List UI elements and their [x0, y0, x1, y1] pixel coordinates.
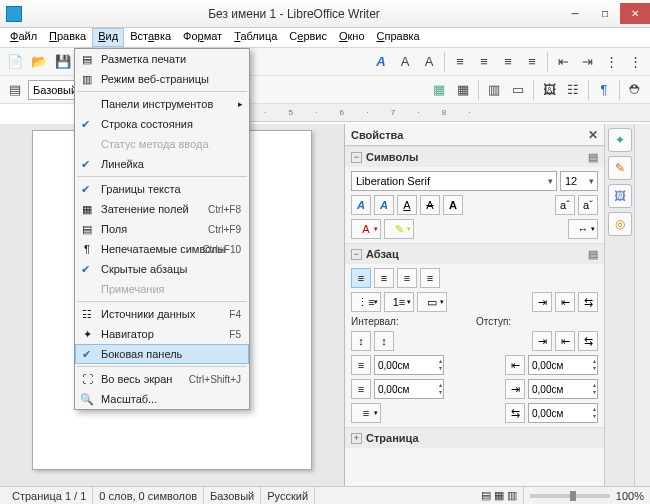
- highlight-icon[interactable]: A: [394, 51, 416, 73]
- align-right-icon[interactable]: ≡: [497, 51, 519, 73]
- new-icon[interactable]: 📄: [4, 51, 26, 73]
- font-name-combo[interactable]: Liberation Serif: [351, 171, 557, 191]
- menu-file[interactable]: Файл: [4, 28, 43, 47]
- font-color-drop[interactable]: A: [351, 219, 381, 239]
- below-space-icon[interactable]: ≡: [351, 379, 371, 399]
- tab-navigator-icon[interactable]: ◎: [608, 212, 632, 236]
- dm-fields[interactable]: ▤ПоляCtrl+F9: [75, 219, 249, 239]
- dm-text-bounds[interactable]: ✔Границы текста: [75, 179, 249, 199]
- spacing-drop[interactable]: ↔: [568, 219, 598, 239]
- section-page-head[interactable]: +Страница: [345, 428, 604, 448]
- menu-window[interactable]: Окно: [333, 28, 371, 47]
- menu-table[interactable]: Таблица: [228, 28, 283, 47]
- save-icon[interactable]: 💾: [52, 51, 74, 73]
- left-indent-spin[interactable]: 0,00см: [528, 355, 598, 375]
- sp-dec-icon[interactable]: ↕: [374, 331, 394, 351]
- indent-inc-icon[interactable]: ⇥: [576, 51, 598, 73]
- align-center-icon[interactable]: ≡: [473, 51, 495, 73]
- align-justify-icon[interactable]: ≡: [521, 51, 543, 73]
- tb-row-icon[interactable]: ▦: [452, 79, 474, 101]
- dm-ruler[interactable]: ✔Линейка: [75, 154, 249, 174]
- indent-dec-icon[interactable]: ⇤: [552, 51, 574, 73]
- below-space-spin[interactable]: 0,00см: [374, 379, 444, 399]
- ind-first-icon[interactable]: ⇆: [578, 331, 598, 351]
- sidebar-close-icon[interactable]: ✕: [588, 128, 598, 142]
- left-indent-icon[interactable]: ⇤: [505, 355, 525, 375]
- bg-color-drop[interactable]: ▭: [417, 292, 447, 312]
- p-align-right[interactable]: ≡: [397, 268, 417, 288]
- bullet-icon[interactable]: ⋮: [600, 51, 622, 73]
- tb-gallery-icon[interactable]: 🖼: [538, 79, 560, 101]
- align-left-icon[interactable]: ≡: [449, 51, 471, 73]
- first-indent-icon[interactable]: ⇆: [505, 403, 525, 423]
- highlight-drop[interactable]: ✎: [384, 219, 414, 239]
- menu-tools[interactable]: Сервис: [283, 28, 333, 47]
- vertical-scrollbar[interactable]: [634, 124, 650, 486]
- dm-field-shading[interactable]: ▦Затенение полейCtrl+F8: [75, 199, 249, 219]
- minimize-button[interactable]: ─: [560, 3, 590, 24]
- hanging-button[interactable]: ⇆: [578, 292, 598, 312]
- menu-format[interactable]: Формат: [177, 28, 228, 47]
- a3-icon[interactable]: A: [418, 51, 440, 73]
- ind-inc-icon[interactable]: ⇥: [532, 331, 552, 351]
- status-style[interactable]: Базовый: [204, 487, 261, 504]
- italic-button[interactable]: A: [374, 195, 394, 215]
- line-spacing-drop[interactable]: ≡: [351, 403, 381, 423]
- dm-statusbar[interactable]: ✔Строка состояния: [75, 114, 249, 134]
- dm-zoom[interactable]: 🔍Масштаб...: [75, 389, 249, 409]
- number-icon[interactable]: ⋮: [624, 51, 646, 73]
- strike-button[interactable]: A: [420, 195, 440, 215]
- dm-toolbars[interactable]: Панели инструментов▸: [75, 94, 249, 114]
- sp-inc-icon[interactable]: ↕: [351, 331, 371, 351]
- dm-web-layout[interactable]: ▥Режим веб-страницы: [75, 69, 249, 89]
- status-zoom[interactable]: 100%: [616, 490, 644, 502]
- underline-button[interactable]: A: [397, 195, 417, 215]
- right-indent-icon[interactable]: ⇥: [505, 379, 525, 399]
- menu-view[interactable]: Вид: [92, 28, 124, 47]
- p-align-left[interactable]: ≡: [351, 268, 371, 288]
- numbers-drop[interactable]: 1≡: [384, 292, 414, 312]
- tb-table-icon[interactable]: ▦: [428, 79, 450, 101]
- shadow-button[interactable]: A: [443, 195, 463, 215]
- menu-insert[interactable]: Вставка: [124, 28, 177, 47]
- tab-gallery-icon[interactable]: 🖼: [608, 184, 632, 208]
- above-space-spin[interactable]: 0,00см: [374, 355, 444, 375]
- right-indent-spin[interactable]: 0,00см: [528, 379, 598, 399]
- dm-hidden-para[interactable]: ✔Скрытые абзацы: [75, 259, 249, 279]
- menu-edit[interactable]: Правка: [43, 28, 92, 47]
- bullets-drop[interactable]: ⋮≡: [351, 292, 381, 312]
- status-words[interactable]: 0 слов, 0 символов: [93, 487, 204, 504]
- status-viewmode-icon[interactable]: ▤ ▦ ▥: [475, 487, 524, 504]
- font-color-icon[interactable]: A: [370, 51, 392, 73]
- dm-data-sources[interactable]: ☷Источники данныхF4: [75, 304, 249, 324]
- above-space-icon[interactable]: ≡: [351, 355, 371, 375]
- section-symbols-head[interactable]: −Символы ▤: [345, 147, 604, 167]
- tb-frame-icon[interactable]: ▭: [507, 79, 529, 101]
- sub-button[interactable]: aˇ: [578, 195, 598, 215]
- dm-fullscreen[interactable]: ⛶Во весь экранCtrl+Shift+J: [75, 369, 249, 389]
- p-align-justify[interactable]: ≡: [420, 268, 440, 288]
- zoom-slider[interactable]: [530, 494, 610, 498]
- super-button[interactable]: aˆ: [555, 195, 575, 215]
- tb-ds-icon[interactable]: ☷: [562, 79, 584, 101]
- open-icon[interactable]: 📂: [28, 51, 50, 73]
- first-indent-spin[interactable]: 0,00см: [528, 403, 598, 423]
- close-button[interactable]: ✕: [620, 3, 650, 24]
- menu-help[interactable]: Справка: [371, 28, 426, 47]
- font-size-combo[interactable]: 12: [560, 171, 598, 191]
- p-align-center[interactable]: ≡: [374, 268, 394, 288]
- dm-sidebar[interactable]: ✔Боковая панель: [75, 344, 249, 364]
- dm-navigator[interactable]: ✦НавигаторF5: [75, 324, 249, 344]
- tb-doc-icon[interactable]: ▥: [483, 79, 505, 101]
- status-lang[interactable]: Русский: [261, 487, 315, 504]
- styles-icon[interactable]: ▤: [4, 79, 26, 101]
- section-paragraph-head[interactable]: −Абзац ▤: [345, 244, 604, 264]
- maximize-button[interactable]: □: [590, 3, 620, 24]
- tab-properties-icon[interactable]: ✦: [608, 128, 632, 152]
- ind-dec-icon[interactable]: ⇤: [555, 331, 575, 351]
- bold-button[interactable]: A: [351, 195, 371, 215]
- indent-dec-button[interactable]: ⇤: [555, 292, 575, 312]
- tb-para-icon[interactable]: ¶: [593, 79, 615, 101]
- tab-styles-icon[interactable]: ✎: [608, 156, 632, 180]
- dm-nonprinting[interactable]: ¶Непечатаемые символыCtrl+F10: [75, 239, 249, 259]
